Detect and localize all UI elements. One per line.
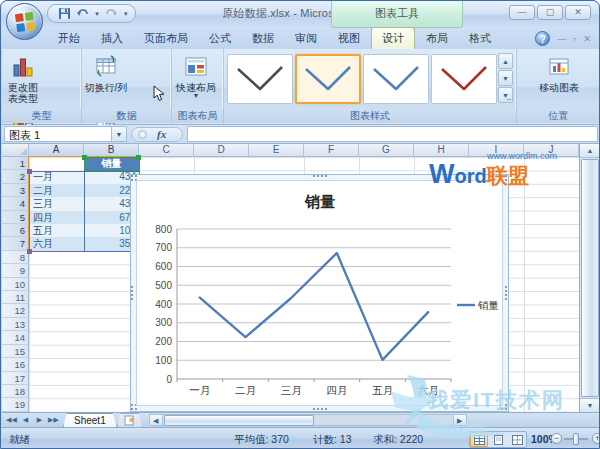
chart-area[interactable]: 0100200300400500600700800一月二月三月四月五月六月销量销… — [136, 180, 503, 406]
row-header-14[interactable]: 14 — [2, 331, 29, 344]
change-chart-type-button[interactable]: 更改图表类型 — [4, 52, 42, 108]
cell-A4[interactable]: 三月 — [29, 197, 84, 210]
row-header-15[interactable]: 15 — [2, 345, 29, 358]
next-sheet-icon[interactable]: ▶ — [33, 414, 46, 426]
chart-style-thumb-style-red[interactable] — [431, 54, 497, 104]
insert-function-icon[interactable]: fx — [157, 128, 166, 140]
chart-handle-top[interactable] — [312, 174, 329, 179]
column-header-E[interactable]: E — [249, 144, 304, 157]
row-header-11[interactable]: 11 — [2, 291, 29, 304]
row-header-5[interactable]: 5 — [2, 211, 29, 224]
chart-style-thumb-style-dark[interactable] — [227, 54, 293, 104]
column-header-A[interactable]: A — [29, 144, 84, 157]
name-box[interactable]: 图表 1 — [4, 126, 112, 142]
cell-A1[interactable] — [29, 157, 84, 170]
svg-text:六月: 六月 — [418, 384, 439, 396]
row-header-13[interactable]: 13 — [2, 318, 29, 331]
row-header-6[interactable]: 6 — [2, 224, 29, 237]
doc-close-icon[interactable]: ✕ — [583, 34, 591, 44]
column-header-B[interactable]: B — [84, 144, 139, 157]
column-header-C[interactable]: C — [139, 144, 194, 157]
tab-公式[interactable]: 公式 — [199, 28, 241, 49]
formula-input[interactable] — [187, 126, 598, 142]
normal-view-icon[interactable] — [470, 432, 488, 447]
tab-数据[interactable]: 数据 — [242, 28, 284, 49]
zoom-in-icon[interactable]: + — [592, 433, 600, 444]
tab-设计[interactable]: 设计 — [371, 27, 415, 49]
prev-sheet-icon[interactable]: ◀ — [19, 414, 32, 426]
row-header-3[interactable]: 3 — [2, 184, 29, 197]
cell-B1[interactable]: 销量 — [84, 157, 139, 170]
column-header-D[interactable]: D — [194, 144, 249, 157]
row-header-9[interactable]: 9 — [2, 264, 29, 277]
column-header-F[interactable]: F — [304, 144, 359, 157]
doc-minimize-icon[interactable]: — — [557, 34, 566, 44]
row-header-18[interactable]: 18 — [2, 385, 29, 398]
row-header-12[interactable]: 12 — [2, 304, 29, 317]
zoom-slider[interactable]: − + — [557, 431, 595, 447]
select-all-corner[interactable] — [2, 144, 29, 157]
styles-scroll-up-icon[interactable]: ▲ — [498, 53, 513, 69]
tab-格式[interactable]: 格式 — [459, 28, 501, 49]
vertical-scroll-thumb[interactable] — [581, 159, 599, 397]
switch-row-column-button[interactable]: 切换行/列 — [84, 52, 128, 108]
row-header-4[interactable]: 4 — [2, 197, 29, 210]
column-header-G[interactable]: G — [359, 144, 414, 157]
doc-restore-icon[interactable]: ▫ — [573, 34, 576, 44]
help-icon[interactable]: ? — [535, 31, 550, 46]
scroll-down-icon[interactable]: ▼ — [580, 398, 600, 412]
chart-style-thumb-style-blue[interactable] — [363, 54, 429, 104]
row-header-16[interactable]: 16 — [2, 358, 29, 371]
name-box-dropdown-icon[interactable]: ▼ — [112, 126, 127, 142]
insert-worksheet-icon[interactable] — [117, 413, 143, 427]
first-sheet-icon[interactable]: ◀◀ — [5, 414, 18, 426]
row-header-1[interactable]: 1 — [2, 157, 29, 170]
row-header-19[interactable]: 19 — [2, 398, 29, 411]
page-layout-view-icon[interactable] — [489, 432, 507, 447]
styles-scroll-down-icon[interactable]: ▼ — [498, 70, 513, 86]
row-header-8[interactable]: 8 — [2, 251, 29, 264]
cell-A3[interactable]: 二月 — [29, 184, 84, 197]
row-header-7[interactable]: 7 — [2, 237, 29, 250]
tab-插入[interactable]: 插入 — [91, 28, 133, 49]
office-button[interactable] — [6, 3, 43, 40]
group-label-type: 类型 — [2, 109, 81, 123]
chart-handle-bottom[interactable] — [312, 407, 329, 412]
chart-object[interactable]: 0100200300400500600700800一月二月三月四月五月六月销量销… — [130, 174, 509, 412]
line-chart: 0100200300400500600700800一月二月三月四月五月六月销量销… — [137, 181, 502, 405]
styles-more-icon[interactable]: ▼̲ — [498, 87, 513, 103]
svg-text:二月: 二月 — [235, 384, 256, 396]
horizontal-scroll-thumb[interactable] — [164, 415, 314, 426]
quick-layout-button[interactable]: 快速布局 ▼ — [174, 52, 218, 108]
chart-style-thumb-style-blue-selected[interactable] — [295, 54, 361, 104]
close-button[interactable]: ✕ — [565, 5, 591, 20]
maximize-button[interactable]: ▢ — [537, 5, 563, 20]
chart-handle-left[interactable] — [130, 285, 135, 302]
row-header-10[interactable]: 10 — [2, 278, 29, 291]
page-break-view-icon[interactable] — [508, 432, 526, 447]
insert-function-dot — [138, 130, 147, 139]
cell-A5[interactable]: 四月 — [29, 211, 84, 224]
tab-开始[interactable]: 开始 — [48, 28, 90, 49]
row-header-17[interactable]: 17 — [2, 372, 29, 385]
last-sheet-icon[interactable]: ▶▶ — [47, 414, 60, 426]
tab-布局[interactable]: 布局 — [416, 28, 458, 49]
scroll-left-icon[interactable]: ◀ — [149, 414, 163, 426]
svg-text:800: 800 — [155, 224, 172, 235]
row-header-2[interactable]: 2 — [2, 170, 29, 183]
tab-审阅[interactable]: 审阅 — [285, 28, 327, 49]
tab-页面布局[interactable]: 页面布局 — [134, 28, 198, 49]
chart-handle-right[interactable] — [504, 285, 509, 302]
move-chart-button[interactable]: 移动图表 — [537, 52, 581, 108]
horizontal-scrollbar[interactable]: ◀ ▶ — [149, 414, 467, 426]
svg-text:700: 700 — [155, 242, 172, 253]
zoom-slider-thumb[interactable] — [573, 433, 579, 445]
sheet-tab-sheet1[interactable]: Sheet1 — [63, 413, 117, 427]
cell-A2[interactable]: 一月 — [29, 170, 84, 183]
zoom-out-icon[interactable]: − — [551, 433, 562, 444]
cell-A6[interactable]: 五月 — [29, 224, 84, 237]
minimize-button[interactable]: — — [509, 5, 535, 20]
scroll-right-icon[interactable]: ▶ — [453, 414, 467, 426]
tab-视图[interactable]: 视图 — [328, 28, 370, 49]
cell-A7[interactable]: 六月 — [29, 237, 84, 250]
